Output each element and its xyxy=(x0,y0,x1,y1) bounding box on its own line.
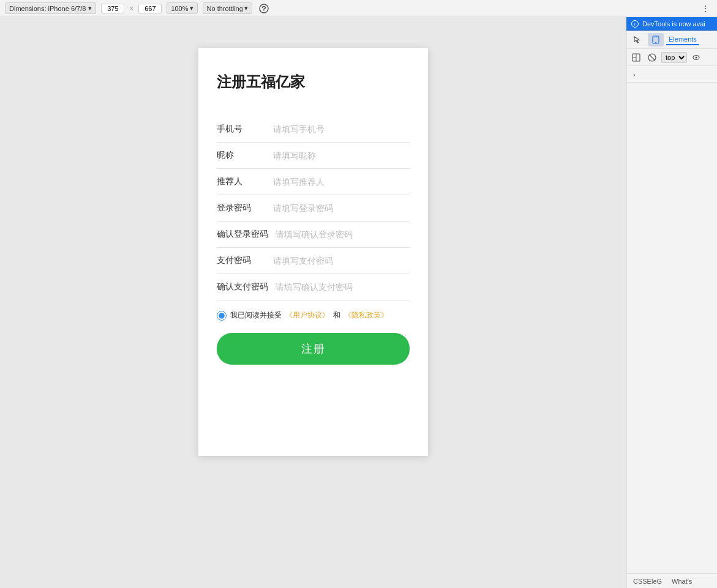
devtools-tabs-row: Elements xyxy=(627,31,717,49)
form-row-5: 支付密码 xyxy=(217,248,410,274)
svg-line-12 xyxy=(650,54,655,60)
elements-tab[interactable]: Elements xyxy=(666,34,699,45)
devtools-panel: i DevTools is now avai Elements xyxy=(626,17,717,588)
field-label-0: 手机号 xyxy=(217,124,266,135)
device-label: Dimensions: iPhone 6/7/8 xyxy=(9,5,86,12)
devtools-row2: top xyxy=(627,49,717,66)
field-label-4: 确认登录密码 xyxy=(217,229,268,240)
more-options-button[interactable]: ⋮ xyxy=(699,2,712,15)
width-input[interactable] xyxy=(101,4,124,13)
form-fields: 手机号昵称推荐人登录密码确认登录密码支付密码确认支付密码 xyxy=(217,116,410,300)
form-row-2: 推荐人 xyxy=(217,169,410,195)
console-tab[interactable]: CSSEleG xyxy=(631,576,664,586)
zoom-selector[interactable]: 100% ▾ xyxy=(167,2,197,14)
toolbar-right-icons: ⋮ xyxy=(699,2,712,15)
register-button[interactable]: 注册 xyxy=(217,333,410,365)
field-input-6[interactable] xyxy=(276,282,410,292)
field-input-1[interactable] xyxy=(273,151,410,160)
notify-text: DevTools is now avai xyxy=(642,20,705,28)
inspect-element-button[interactable] xyxy=(629,33,645,47)
field-input-0[interactable] xyxy=(273,124,410,134)
agreement-prefix: 我已阅读并接受 xyxy=(230,310,282,321)
form-row-0: 手机号 xyxy=(217,116,410,143)
emulator-area: 注册五福亿家 手机号昵称推荐人登录密码确认登录密码支付密码确认支付密码 我已阅读… xyxy=(0,17,626,588)
dimension-width-container xyxy=(101,4,124,13)
devtools-content xyxy=(627,83,717,573)
field-label-1: 昵称 xyxy=(217,150,266,161)
agreement-and: 和 xyxy=(333,310,340,321)
field-input-2[interactable] xyxy=(273,177,410,187)
field-input-4[interactable] xyxy=(276,229,410,239)
form-row-6: 确认支付密码 xyxy=(217,274,410,300)
eye-icon-button[interactable] xyxy=(689,51,703,64)
more-icon: ⋮ xyxy=(702,4,710,13)
phone-frame: 注册五福亿家 手机号昵称推荐人登录密码确认登录密码支付密码确认支付密码 我已阅读… xyxy=(198,48,428,456)
zoom-label: 100% xyxy=(171,5,188,12)
sources-tab[interactable]: What's xyxy=(669,576,694,586)
dimension-separator: × xyxy=(129,4,133,13)
dimension-height-container xyxy=(138,4,162,13)
main-layout: 注册五福亿家 手机号昵称推荐人登录密码确认登录密码支付密码确认支付密码 我已阅读… xyxy=(0,17,717,588)
devtools-notification: i DevTools is now avai xyxy=(626,17,717,31)
zoom-chevron: ▾ xyxy=(190,4,193,12)
throttle-selector[interactable]: No throttling ▾ xyxy=(203,2,252,14)
user-agreement-link[interactable]: 《用户协议》 xyxy=(285,310,329,321)
page-title: 注册五福亿家 xyxy=(217,72,410,92)
field-label-6: 确认支付密码 xyxy=(217,281,268,292)
height-input[interactable] xyxy=(138,4,162,13)
agreement-radio[interactable] xyxy=(217,311,227,321)
devtools-toolbar: Dimensions: iPhone 6/7/8 ▾ × 100% ▾ No t… xyxy=(0,0,717,17)
chevron-right-icon[interactable]: › xyxy=(632,70,637,80)
device-selector[interactable]: Dimensions: iPhone 6/7/8 ▾ xyxy=(5,2,96,14)
throttle-chevron: ▾ xyxy=(244,4,248,12)
form-row-1: 昵称 xyxy=(217,143,410,169)
devtools-chevron-row: › xyxy=(627,66,717,83)
device-mode-button[interactable] xyxy=(648,33,664,47)
svg-marker-4 xyxy=(634,37,639,43)
field-input-3[interactable] xyxy=(273,203,410,213)
svg-text:i: i xyxy=(634,21,636,27)
svg-point-14 xyxy=(696,56,697,58)
register-page: 注册五福亿家 手机号昵称推荐人登录密码确认登录密码支付密码确认支付密码 我已阅读… xyxy=(198,48,428,456)
block-icon-button[interactable] xyxy=(645,51,659,64)
devtools-bottom-bar: CSSEleG What's xyxy=(627,573,717,588)
privacy-policy-link[interactable]: 《隐私政策》 xyxy=(344,310,388,321)
agreement-row: 我已阅读并接受 《用户协议》 和 《隐私政策》 xyxy=(217,300,410,327)
field-label-3: 登录密码 xyxy=(217,203,266,214)
context-selector[interactable]: top xyxy=(661,52,687,63)
s-icon-button[interactable] xyxy=(257,2,271,15)
field-input-5[interactable] xyxy=(273,256,410,266)
field-label-2: 推荐人 xyxy=(217,176,266,187)
throttle-label: No throttling xyxy=(207,5,243,12)
form-row-4: 确认登录密码 xyxy=(217,221,410,248)
device-chevron: ▾ xyxy=(88,4,92,12)
layout-icon-button[interactable] xyxy=(629,51,643,64)
field-label-5: 支付密码 xyxy=(217,255,266,266)
svg-point-1 xyxy=(263,10,264,10)
form-row-3: 登录密码 xyxy=(217,195,410,221)
